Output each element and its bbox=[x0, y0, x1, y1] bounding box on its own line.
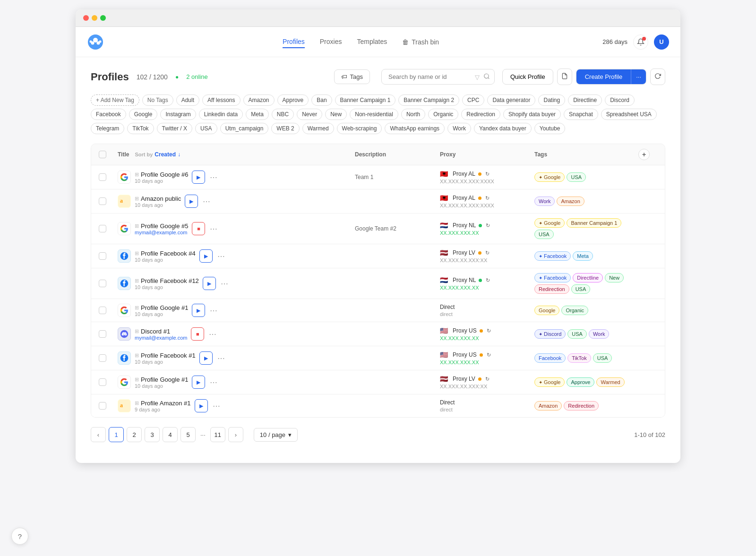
row-more-button[interactable]: ⋯ bbox=[201, 196, 212, 207]
row-checkbox[interactable] bbox=[99, 330, 106, 338]
filter-tag[interactable]: Never bbox=[297, 109, 322, 120]
filter-tag[interactable]: WEB 2 bbox=[271, 123, 299, 134]
profile-name[interactable]: ⊞ Profile Google #1 bbox=[135, 376, 188, 383]
row-more-button[interactable]: ⋯ bbox=[211, 400, 222, 411]
filter-tag[interactable]: Instagram bbox=[160, 109, 196, 120]
profile-tag[interactable]: ✦ Discord bbox=[534, 329, 566, 339]
nav-templates[interactable]: Templates bbox=[357, 36, 387, 48]
profile-name[interactable]: ⊞ Profile Google #6 bbox=[135, 171, 188, 178]
filter-tag[interactable]: NBC bbox=[272, 109, 294, 120]
filter-tag[interactable]: Organic bbox=[428, 109, 458, 120]
profile-tag[interactable]: USA bbox=[534, 230, 554, 239]
profile-tag[interactable]: Warmed bbox=[596, 377, 624, 387]
profile-name[interactable]: ⊞ Profile Facebook #1 bbox=[135, 352, 196, 359]
refresh-button[interactable] bbox=[650, 68, 665, 85]
filter-tag[interactable]: Snapchat bbox=[564, 109, 598, 120]
document-button[interactable] bbox=[557, 68, 572, 85]
profile-tag[interactable]: ✦ Google bbox=[534, 172, 565, 182]
row-more-button[interactable]: ⋯ bbox=[215, 352, 227, 364]
row-checkbox[interactable] bbox=[99, 354, 106, 362]
profile-name[interactable]: ⊞ Discord #1 bbox=[135, 328, 187, 335]
row-more-button[interactable]: ⋯ bbox=[215, 250, 227, 262]
profile-name[interactable]: ⊞ Profile Google #5 bbox=[135, 222, 188, 230]
proxy-refresh-button[interactable]: ↻ bbox=[485, 376, 490, 382]
play-button[interactable]: ▶ bbox=[195, 399, 208, 412]
profile-tag[interactable]: Meta bbox=[573, 251, 593, 261]
pagination-page-11[interactable]: 11 bbox=[210, 427, 225, 442]
play-button[interactable]: ▶ bbox=[199, 351, 213, 365]
pagination-page-2[interactable]: 2 bbox=[127, 427, 142, 442]
play-button[interactable]: ▶ bbox=[185, 195, 198, 208]
profile-tag[interactable]: ✦ Facebook bbox=[534, 251, 571, 261]
profile-tag[interactable]: Amazon bbox=[557, 197, 584, 206]
filter-tag[interactable]: Yandex data buyer bbox=[474, 123, 532, 134]
filter-tag[interactable]: Utm_campaign bbox=[220, 123, 269, 134]
filter-tag[interactable]: Spreadsheet USA bbox=[601, 109, 657, 120]
profile-tag[interactable]: Amazon bbox=[534, 401, 562, 411]
profile-tag[interactable]: ✦ Google bbox=[534, 218, 565, 228]
row-checkbox[interactable] bbox=[99, 307, 106, 314]
profile-tag[interactable]: Directline bbox=[573, 273, 603, 282]
profile-tag[interactable]: Redirection bbox=[564, 401, 599, 411]
nav-profiles[interactable]: Profiles bbox=[283, 36, 305, 48]
row-more-button[interactable]: ⋯ bbox=[208, 305, 219, 316]
filter-tag[interactable]: Ban bbox=[311, 94, 332, 106]
profile-tag[interactable]: TikTok bbox=[567, 353, 591, 363]
profile-tag[interactable]: USA bbox=[571, 284, 591, 294]
profile-name[interactable]: ⊞ Profile Google #1 bbox=[135, 304, 188, 311]
pagination-page-5[interactable]: 5 bbox=[180, 427, 196, 442]
quick-profile-button[interactable]: Quick Profile bbox=[502, 69, 553, 85]
filter-tag[interactable]: Dating bbox=[538, 94, 565, 106]
row-more-button[interactable]: ⋯ bbox=[208, 223, 219, 234]
per-page-selector[interactable]: 10 / page▾ bbox=[254, 428, 298, 442]
row-checkbox[interactable] bbox=[99, 173, 106, 181]
play-button[interactable]: ▶ bbox=[192, 376, 205, 389]
proxy-refresh-button[interactable]: ↻ bbox=[485, 195, 490, 201]
profile-tag[interactable]: Approve bbox=[567, 377, 594, 387]
select-all-checkbox[interactable] bbox=[99, 151, 106, 158]
profile-name[interactable]: ⊞ Amazon public bbox=[135, 195, 181, 202]
row-more-button[interactable]: ⋯ bbox=[207, 328, 218, 340]
filter-tag[interactable]: Web-scraping bbox=[337, 123, 382, 134]
proxy-refresh-button[interactable]: ↻ bbox=[487, 352, 491, 358]
profile-tag[interactable]: ✦ Facebook bbox=[534, 273, 571, 282]
play-button[interactable]: ▶ bbox=[199, 249, 213, 263]
profile-name[interactable]: ⊞ Profile Amazon #1 bbox=[135, 400, 191, 407]
filter-tag[interactable]: WhatsApp earnings bbox=[385, 123, 445, 134]
filter-tag[interactable]: New bbox=[325, 109, 347, 120]
add-column-button[interactable]: + bbox=[638, 149, 650, 160]
filter-tag[interactable]: Aff lessons bbox=[202, 94, 240, 106]
filter-tag[interactable]: Shopify data buyer bbox=[503, 109, 561, 120]
row-checkbox[interactable] bbox=[99, 402, 106, 410]
create-more-button[interactable]: ··· bbox=[631, 69, 646, 84]
add-tag-button[interactable]: + Add New Tag bbox=[91, 94, 139, 106]
nav-trashbin[interactable]: 🗑 Trash bin bbox=[402, 36, 439, 48]
profile-name[interactable]: ⊞ Profile Facebook #12 bbox=[135, 277, 199, 284]
filter-tag[interactable]: Non-residential bbox=[350, 109, 398, 120]
profile-tag[interactable]: Redirection bbox=[534, 284, 569, 294]
profile-tag[interactable]: Work bbox=[534, 197, 555, 206]
profile-tag[interactable]: ✦ Google bbox=[534, 377, 565, 387]
profile-tag[interactable]: USA bbox=[567, 172, 586, 182]
proxy-refresh-button[interactable]: ↻ bbox=[485, 250, 490, 256]
pagination-prev[interactable]: ‹ bbox=[91, 427, 106, 442]
row-more-button[interactable]: ⋯ bbox=[219, 278, 230, 289]
notifications-button[interactable] bbox=[633, 34, 648, 50]
profile-tag[interactable]: USA bbox=[567, 329, 587, 339]
profile-tag[interactable]: Facebook bbox=[534, 353, 566, 363]
filter-tag[interactable]: No Tags bbox=[142, 94, 173, 106]
filter-tag[interactable]: Google bbox=[129, 109, 158, 120]
proxy-refresh-button[interactable]: ↻ bbox=[486, 277, 490, 283]
pagination-next[interactable]: › bbox=[228, 427, 243, 442]
profile-tag[interactable]: Banner Campaign 1 bbox=[567, 218, 621, 228]
profile-name[interactable]: ⊞ Profile Facebook #4 bbox=[135, 250, 196, 257]
maximize-dot[interactable] bbox=[100, 15, 106, 21]
filter-tag[interactable]: Adult bbox=[176, 94, 199, 106]
tags-filter-button[interactable]: 🏷 Tags bbox=[334, 69, 370, 84]
minimize-dot[interactable] bbox=[92, 15, 97, 21]
play-button[interactable]: ▶ bbox=[192, 171, 205, 184]
filter-tag[interactable]: Discord bbox=[605, 94, 635, 106]
play-button[interactable]: ▶ bbox=[192, 304, 205, 317]
filter-icon[interactable]: ▽ bbox=[475, 73, 480, 80]
nav-proxies[interactable]: Proxies bbox=[320, 36, 342, 48]
